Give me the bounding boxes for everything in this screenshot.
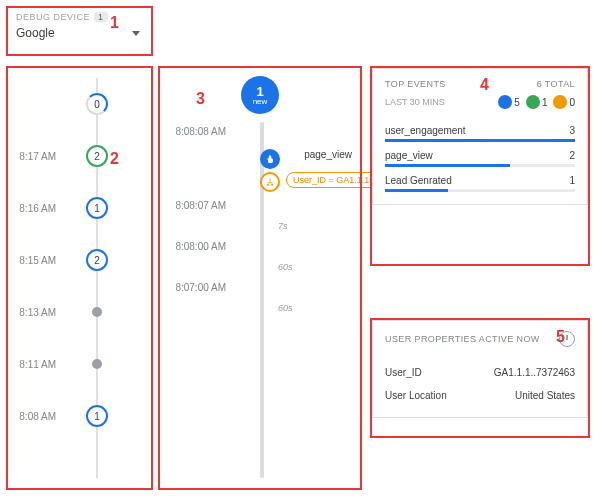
stream-gap-label: 60s [278, 258, 352, 276]
stream-event-row[interactable]: page_view [168, 143, 352, 166]
minute-row[interactable]: 8:13 AM [8, 286, 148, 338]
minute-row[interactable]: 8:17 AM2 [8, 130, 148, 182]
chip-count: 1 [542, 97, 548, 108]
minute-row[interactable]: 8:11 AM [8, 338, 148, 390]
chip-count: 0 [569, 97, 575, 108]
user-prop-row: User LocationUnited States [385, 384, 575, 407]
device-selector[interactable]: Google [16, 26, 140, 40]
minute-row[interactable]: 8:15 AM2 [8, 234, 148, 286]
top-events-panel: TOP EVENTS 6 TOTAL LAST 30 MINS 510 user… [372, 68, 588, 205]
event-type-chip[interactable]: 0 [553, 95, 575, 109]
stream-time-row: 8:08:08 AM [168, 120, 352, 143]
top-event-bar-fill [385, 189, 448, 192]
minute-node-current[interactable]: 0 [86, 93, 108, 115]
minute-node[interactable]: 2 [86, 145, 108, 167]
minute-time-label: 8:17 AM [8, 151, 64, 162]
top-event-name: page_view [385, 150, 433, 161]
user-properties-panel: USER PROPERTIES ACTIVE NOW User_IDGA1.1.… [372, 320, 588, 418]
minute-time-label: 8:08 AM [8, 411, 64, 422]
user-prop-row: User_IDGA1.1.1..7372463 [385, 361, 575, 384]
chip-dot-icon [498, 95, 512, 109]
minute-node[interactable]: 1 [86, 405, 108, 427]
history-icon[interactable] [559, 331, 575, 347]
event-type-chips: 510 [498, 95, 575, 109]
minute-time-label: 8:11 AM [8, 359, 64, 370]
stream-time-label: 8:08:00 AM [168, 241, 234, 252]
chip-count: 5 [514, 97, 520, 108]
top-event-name: user_engagement [385, 125, 466, 136]
stream-gap-label: 7s [278, 217, 352, 235]
minute-time-label: 8:16 AM [8, 203, 64, 214]
top-events-subtitle: LAST 30 MINS [385, 97, 445, 107]
stream-param-row[interactable]: User_ID = GA1.1.18134 [168, 166, 352, 194]
chevron-down-icon [132, 31, 140, 36]
top-event-item[interactable]: Lead Genrated1 [385, 169, 575, 194]
minute-time-label: 8:13 AM [8, 307, 64, 318]
top-event-count: 3 [569, 125, 575, 136]
stream-time-row: 8:08:00 AM [168, 235, 352, 258]
minute-node[interactable]: 2 [86, 249, 108, 271]
top-event-bar-fill [385, 139, 575, 142]
user-prop-value: GA1.1.1..7372463 [494, 367, 575, 378]
stream-time-row: 8:07:00 AM [168, 276, 352, 299]
top-event-bar [385, 189, 575, 192]
debug-device-label-text: DEBUG DEVICE [16, 12, 90, 22]
minute-row[interactable]: 8:16 AM1 [8, 182, 148, 234]
minute-timeline-current[interactable]: 0 [8, 78, 148, 130]
top-event-count: 1 [569, 175, 575, 186]
top-event-item[interactable]: user_engagement3 [385, 119, 575, 144]
top-event-item[interactable]: page_view2 [385, 144, 575, 169]
minute-node[interactable]: 1 [86, 197, 108, 219]
top-events-title: TOP EVENTS [385, 79, 446, 89]
stream-time-row: 8:08:07 AM [168, 194, 352, 217]
minute-timeline: 0 8:17 AM28:16 AM18:15 AM28:13 AM8:11 AM… [8, 68, 148, 488]
top-event-name: Lead Genrated [385, 175, 452, 186]
debug-device-label: DEBUG DEVICE 1 [16, 12, 140, 22]
stream-head-node[interactable]: 1 new [241, 76, 279, 114]
minute-time-label: 8:15 AM [8, 255, 64, 266]
chip-dot-icon [526, 95, 540, 109]
stream-time-label: 8:08:07 AM [168, 200, 234, 211]
user-prop-key: User_ID [385, 367, 422, 378]
user-prop-value: United States [515, 390, 575, 401]
top-event-bar [385, 139, 575, 142]
minute-dot [92, 307, 102, 317]
top-event-bar-fill [385, 164, 510, 167]
top-events-total: 6 TOTAL [537, 79, 575, 89]
stream-event-label: page_view [304, 149, 352, 160]
stream-time-label: 8:08:08 AM [168, 126, 234, 137]
stream-time-label: 8:07:00 AM [168, 282, 234, 293]
minute-dot [92, 359, 102, 369]
stream-gap-label: 60s [278, 299, 352, 317]
device-selected-value: Google [16, 26, 55, 40]
minute-row[interactable]: 8:08 AM1 [8, 390, 148, 442]
seconds-stream: 1 new 8:08:08 AMpage_viewUser_ID = GA1.1… [160, 68, 360, 488]
chip-dot-icon [553, 95, 567, 109]
top-event-count: 2 [569, 150, 575, 161]
stream-head-count: 1 [256, 85, 263, 98]
top-events-list: user_engagement3page_view2Lead Genrated1 [385, 119, 575, 194]
debug-device-count: 1 [94, 12, 108, 22]
stream-head-label: new [253, 98, 268, 106]
user-prop-key: User Location [385, 390, 447, 401]
event-type-chip[interactable]: 1 [526, 95, 548, 109]
top-event-bar [385, 164, 575, 167]
user-properties-title: USER PROPERTIES ACTIVE NOW [385, 334, 540, 344]
hierarchy-icon [260, 172, 280, 192]
event-type-chip[interactable]: 5 [498, 95, 520, 109]
debug-device-panel: DEBUG DEVICE 1 Google [8, 8, 148, 54]
